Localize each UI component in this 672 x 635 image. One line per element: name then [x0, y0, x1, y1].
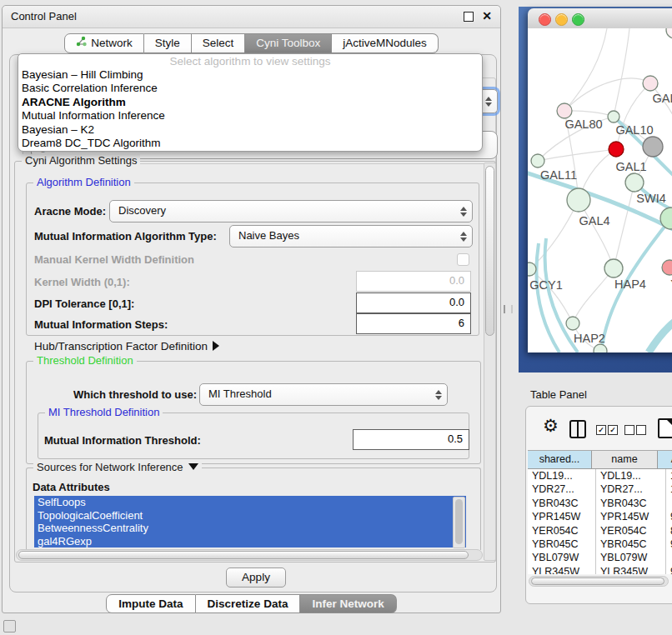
sources-title-text: Sources for Network Inference: [37, 461, 183, 473]
unchecked-box-icon[interactable]: [624, 425, 634, 435]
which-threshold-value: MI Threshold: [208, 388, 272, 400]
network-node-hap2[interactable]: [566, 317, 579, 330]
panel-divider-handle[interactable]: [504, 305, 513, 313]
network-node[interactable]: [609, 142, 624, 157]
table-cell: YPR145W: [596, 510, 666, 523]
node-label: GAL80: [564, 118, 602, 131]
aracne-mode-combobox[interactable]: Discovery: [109, 200, 473, 222]
node-label: GAL10: [615, 123, 653, 137]
hub-definition-label: Hub/Transcription Factor Definition: [34, 340, 208, 352]
table-row[interactable]: YBL079WYBL079W: [528, 551, 672, 564]
attribute-list-item[interactable]: BetweennessCentrality: [34, 522, 466, 535]
node-table[interactable]: shared...nameA YDL19...YDL19...13YDR27..…: [528, 450, 672, 574]
mi-type-combobox[interactable]: Naive Bayes: [229, 225, 473, 248]
table-cell: YDL19...: [596, 469, 666, 482]
tab-jactivemnodules[interactable]: jActiveMNodules: [332, 33, 439, 53]
file-icon[interactable]: [658, 418, 672, 438]
unchecked-box-icon[interactable]: [636, 425, 646, 435]
data-attributes-list[interactable]: SelfLoopsTopologicalCoefficientBetweenne…: [34, 496, 466, 548]
network-node[interactable]: [666, 28, 672, 38]
network-node[interactable]: [594, 344, 607, 352]
network-node[interactable]: [643, 137, 663, 157]
tab-style[interactable]: Style: [144, 33, 192, 53]
network-node-gal[interactable]: [643, 76, 658, 91]
algorithm-option[interactable]: Bayesian – Hill Climbing: [18, 68, 482, 82]
table-row[interactable]: YDR27...YDR27...12: [528, 482, 672, 496]
settings-vertical-scrollbar[interactable]: [484, 162, 496, 561]
collapsed-panel-icon[interactable]: [3, 620, 16, 632]
mi-threshold-value: 0.5: [448, 432, 463, 445]
which-threshold-combobox[interactable]: MI Threshold: [199, 383, 448, 406]
algorithm-dropdown-placeholder: Select algorithm to view settings: [18, 54, 482, 68]
close-window-icon[interactable]: [539, 13, 551, 26]
gear-icon[interactable]: ⚙: [543, 416, 559, 436]
apply-button[interactable]: Apply: [226, 568, 286, 588]
network-window-titlebar[interactable]: [528, 8, 672, 29]
close-panel-icon[interactable]: ✕: [482, 9, 492, 22]
table-row[interactable]: YER054CYER054C8.: [528, 524, 672, 538]
tab-network[interactable]: Network: [64, 33, 144, 53]
bottom-tab-discretize-data[interactable]: Discretize Data: [196, 594, 301, 613]
checked-box-icon[interactable]: ✓: [608, 425, 618, 435]
network-node-hap4[interactable]: [604, 259, 623, 278]
table-row[interactable]: YBR043CYBR043C: [528, 497, 672, 510]
algorithm-option[interactable]: ARACNE Algorithm: [18, 96, 482, 109]
attribute-list-item[interactable]: SelfLoops: [34, 496, 466, 509]
table-cell: [666, 551, 672, 564]
network-node-gal4[interactable]: [567, 188, 590, 212]
tab-cyni-toolbox[interactable]: Cyni Toolbox: [245, 33, 332, 53]
table-cell: 8.: [666, 524, 672, 538]
network-window: GALGAL80GAL10GAL1GAL11GAL4SWI4GCY1HAP4YH…: [528, 8, 672, 352]
network-node-gal10[interactable]: [608, 111, 619, 122]
settings-horizontal-scrollbar[interactable]: [16, 549, 483, 561]
table-row[interactable]: YPR145WYPR145W9.: [528, 510, 672, 523]
control-panel-window: Control Panel ✕ NetworkStyleSelectCyni T…: [2, 5, 501, 613]
table-cell: YLR345W: [528, 565, 596, 574]
bottom-tab-infer-network[interactable]: Infer Network: [300, 594, 396, 613]
table-horizontal-scrollbar[interactable]: [529, 576, 669, 587]
network-node-gal11[interactable]: [531, 154, 544, 168]
network-node-gal80[interactable]: [557, 103, 572, 118]
aracne-mode-value: Discovery: [118, 204, 166, 217]
zoom-window-icon[interactable]: [572, 13, 584, 26]
columns-icon[interactable]: [569, 420, 586, 438]
tab-label: Select: [203, 34, 234, 52]
dpi-tolerance-field[interactable]: 0.0: [356, 292, 471, 313]
attribute-list-item[interactable]: gal4RGexp: [34, 535, 466, 548]
mi-threshold-field[interactable]: 0.5: [353, 429, 469, 450]
mi-steps-field[interactable]: 6: [356, 313, 471, 334]
tab-select[interactable]: Select: [192, 33, 246, 53]
algorithm-option[interactable]: Dream8 DC_TDC Algorithm: [18, 137, 482, 150]
tab-label: Style: [155, 34, 180, 52]
table-column-header[interactable]: name: [592, 451, 658, 468]
table-header-row: shared...nameA: [528, 451, 672, 469]
table-row[interactable]: YLR345WYLR345W9.: [528, 565, 672, 574]
algorithm-option[interactable]: Basic Correlation Inference: [18, 82, 482, 95]
network-node-gcy1[interactable]: [528, 262, 536, 276]
mi-threshold-group-title: MI Threshold Definition: [45, 406, 163, 418]
float-window-icon[interactable]: [464, 12, 474, 22]
attribute-list-scrollbar[interactable]: [453, 497, 465, 548]
hub-definition-toggle[interactable]: Hub/Transcription Factor Definition: [34, 340, 219, 352]
manual-kernel-checkbox[interactable]: [457, 253, 469, 266]
table-toolbar: ⚙ ✓ ✓: [526, 407, 672, 448]
table-row[interactable]: YBR045CYBR045C9.: [528, 538, 672, 551]
checked-box-icon[interactable]: ✓: [596, 425, 606, 435]
sources-group-title[interactable]: Sources for Network Inference: [33, 461, 202, 473]
node-label: GAL1: [615, 160, 646, 173]
algorithm-option[interactable]: Bayesian – K2: [18, 123, 482, 137]
tab-label: jActiveMNodules: [343, 34, 427, 52]
network-canvas[interactable]: GALGAL80GAL10GAL1GAL11GAL4SWI4GCY1HAP4YH…: [528, 28, 672, 352]
table-row[interactable]: YDL19...YDL19...13: [528, 469, 672, 482]
network-node-gal1[interactable]: [625, 173, 644, 192]
minimize-window-icon[interactable]: [555, 13, 568, 26]
table-column-header[interactable]: A: [658, 451, 672, 468]
table-column-header[interactable]: shared...: [528, 451, 592, 468]
network-node-y[interactable]: [662, 260, 672, 275]
network-icon: [76, 34, 87, 52]
attribute-list-item[interactable]: TopologicalCoefficient: [34, 509, 466, 522]
kernel-width-field[interactable]: 0.0: [356, 271, 471, 292]
bottom-tab-impute-data[interactable]: Impute Data: [106, 594, 195, 613]
algorithm-option[interactable]: Mutual Information Inference: [18, 109, 482, 122]
mi-type-label: Mutual Information Algorithm Type:: [34, 230, 217, 242]
